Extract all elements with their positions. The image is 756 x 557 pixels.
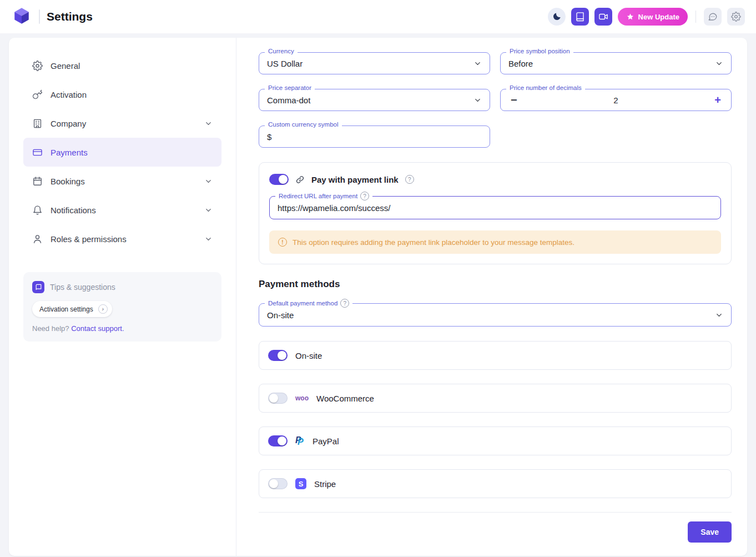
help-icon[interactable] xyxy=(405,175,414,184)
price-separator-value: Comma-dot xyxy=(267,96,473,105)
chip-label: Activation settings xyxy=(39,305,93,313)
stripe-logo-icon: S xyxy=(295,478,306,489)
sidebar-item-label: Activation xyxy=(51,90,213,99)
new-update-label: New Update xyxy=(638,13,679,21)
sidebar-item-label: Payments xyxy=(51,148,213,157)
settings-shortcut-button[interactable] xyxy=(727,8,745,26)
woocommerce-logo-icon: woo xyxy=(295,394,309,402)
sidebar-item-notifications[interactable]: Notifications xyxy=(23,195,221,224)
save-button[interactable]: Save xyxy=(688,521,732,543)
page-title: Settings xyxy=(47,10,93,23)
payment-link-warning: This option requires adding the payment … xyxy=(269,230,721,254)
chevron-down-icon xyxy=(473,59,482,68)
sidebar-item-label: Bookings xyxy=(51,177,196,186)
brand-divider xyxy=(39,9,40,24)
payments-settings-content: Currency US Dollar Price symbol position… xyxy=(236,38,747,556)
top-bar: Settings New Update xyxy=(0,0,756,33)
star-icon xyxy=(626,13,634,21)
contact-support-link[interactable]: Contact support. xyxy=(71,324,124,333)
calendar-icon xyxy=(32,176,43,187)
top-actions: New Update xyxy=(548,8,745,26)
paypal-toggle[interactable] xyxy=(268,435,288,446)
sidebar-item-general[interactable]: General xyxy=(23,51,221,80)
payment-link-title: Pay with payment link xyxy=(311,175,399,184)
payment-link-toggle[interactable] xyxy=(269,174,289,185)
gear-icon xyxy=(32,61,43,71)
brand: Settings xyxy=(11,2,93,31)
chevron-down-icon xyxy=(204,177,213,185)
tips-suggestions-box: Tips & suggestions Activation settings N… xyxy=(23,272,221,342)
gear-icon xyxy=(731,12,741,22)
link-icon xyxy=(295,175,305,184)
payment-method-onsite: On-site xyxy=(259,341,732,370)
price-decimals-label: Price number of decimals xyxy=(506,84,585,91)
sidebar-item-label: Notifications xyxy=(51,205,196,215)
new-update-button[interactable]: New Update xyxy=(618,8,688,26)
increment-button[interactable] xyxy=(712,94,723,106)
currency-label: Currency xyxy=(265,48,298,54)
chevron-down-icon xyxy=(715,59,723,68)
payment-method-woocommerce: woo WooCommerce xyxy=(259,384,732,413)
chat-bubble-icon xyxy=(708,12,718,22)
stripe-toggle[interactable] xyxy=(268,478,288,489)
sidebar-item-label: Roles & permissions xyxy=(51,234,196,244)
chevron-down-icon xyxy=(204,235,213,243)
activation-settings-chip[interactable]: Activation settings xyxy=(32,301,112,317)
decrement-button[interactable] xyxy=(508,94,520,106)
help-icon[interactable] xyxy=(340,299,349,308)
payment-method-label: On-site xyxy=(295,351,322,360)
onsite-toggle[interactable] xyxy=(268,350,288,361)
sidebar-item-label: General xyxy=(51,61,213,71)
credit-card-icon xyxy=(32,147,43,158)
paypal-logo-icon: PP xyxy=(295,435,305,446)
price-separator-select[interactable]: Price separator Comma-dot xyxy=(259,89,490,111)
payment-method-label: PayPal xyxy=(313,436,339,446)
chevron-down-icon xyxy=(204,206,213,214)
currency-select[interactable]: Currency US Dollar xyxy=(259,52,490,74)
payment-link-panel: Pay with payment link Redirect URL after… xyxy=(259,162,732,264)
building-icon xyxy=(32,118,43,129)
help-icon[interactable] xyxy=(360,192,369,200)
chevron-down-icon xyxy=(473,96,482,104)
sidebar-item-activation[interactable]: Activation xyxy=(23,80,221,109)
woocommerce-toggle[interactable] xyxy=(268,393,288,404)
sidebar-item-roles-permissions[interactable]: Roles & permissions xyxy=(23,224,221,253)
redirect-url-label: Redirect URL after payment xyxy=(279,193,357,199)
price-symbol-position-select[interactable]: Price symbol position Before xyxy=(500,52,732,74)
user-icon xyxy=(32,234,43,244)
bell-icon xyxy=(32,205,43,215)
sidebar-item-payments[interactable]: Payments xyxy=(23,138,221,167)
default-payment-method-select[interactable]: Default payment method On-site xyxy=(259,303,732,327)
documentation-button[interactable] xyxy=(571,8,589,26)
tips-title: Tips & suggestions xyxy=(50,283,115,292)
price-decimals-stepper: Price number of decimals 2 xyxy=(500,89,732,111)
sidebar-item-bookings[interactable]: Bookings xyxy=(23,167,221,195)
price-decimals-value: 2 xyxy=(520,96,713,105)
custom-currency-symbol-input[interactable] xyxy=(267,132,482,142)
payment-method-stripe: S Stripe xyxy=(259,469,732,498)
payment-method-label: WooCommerce xyxy=(316,394,374,403)
redirect-url-field[interactable]: Redirect URL after payment xyxy=(269,196,721,219)
payment-methods-title: Payment methods xyxy=(259,279,732,290)
app-logo-icon xyxy=(11,6,32,27)
price-separator-label: Price separator xyxy=(265,84,315,91)
warning-text: This option requires adding the payment … xyxy=(293,238,574,247)
sidebar-item-label: Company xyxy=(51,119,196,128)
warning-icon xyxy=(278,238,287,247)
settings-card: General Activation Company Payments Book… xyxy=(9,38,747,556)
header-separator xyxy=(695,11,696,23)
sidebar-item-company[interactable]: Company xyxy=(23,109,221,138)
custom-currency-symbol-field[interactable]: Custom currency symbol xyxy=(259,126,490,148)
payment-method-paypal: PP PayPal xyxy=(259,426,732,455)
default-payment-method-label: Default payment method xyxy=(268,300,337,307)
video-tutorials-button[interactable] xyxy=(594,8,612,26)
price-symbol-position-label: Price symbol position xyxy=(506,48,573,54)
feedback-button[interactable] xyxy=(704,8,722,26)
chevron-down-icon xyxy=(204,119,213,128)
dark-mode-toggle-button[interactable] xyxy=(548,8,566,26)
default-payment-method-value: On-site xyxy=(267,310,715,320)
chevron-right-icon xyxy=(98,304,108,314)
key-icon xyxy=(32,89,43,100)
redirect-url-input[interactable] xyxy=(278,203,713,213)
currency-value: US Dollar xyxy=(267,59,473,68)
